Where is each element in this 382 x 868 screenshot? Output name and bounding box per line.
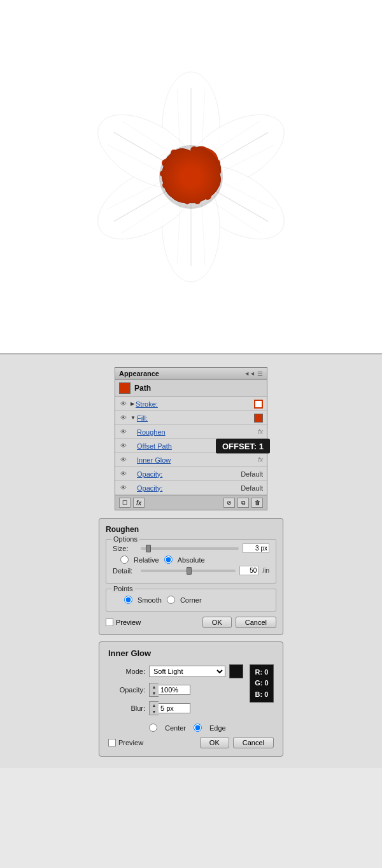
ig-ok-btn[interactable]: OK <box>200 737 229 748</box>
ig-mode-label: Mode: <box>108 668 145 675</box>
new-layer-btn[interactable]: ☐ <box>119 498 131 508</box>
collapse-icon[interactable]: ◄◄ <box>244 370 255 377</box>
eye-icon-stroke[interactable]: 👁 <box>119 400 128 409</box>
edge-label[interactable]: Edge <box>209 724 226 732</box>
stroke-swatch[interactable] <box>254 400 263 409</box>
eye-icon-offset[interactable]: 👁 <box>119 442 128 451</box>
size-input[interactable] <box>243 543 269 553</box>
inner-glow-dialog: Inner Glow Mode: Soft Light Normal Multi… <box>99 641 283 757</box>
no-btn[interactable]: ⊘ <box>223 498 235 508</box>
relative-radio[interactable] <box>120 556 129 564</box>
offset-tooltip: OFFSET: 1 <box>216 438 270 453</box>
stroke-label[interactable]: Stroke: <box>136 400 251 408</box>
appearance-row-offset[interactable]: 👁 Offset Path OFFSET: 1 <box>115 439 267 453</box>
ig-cancel-btn[interactable]: Cancel <box>233 737 274 748</box>
ig-opacity-row: Opacity: ▲ ▼ <box>108 683 243 697</box>
roughen-cancel-btn[interactable]: Cancel <box>236 617 276 628</box>
fill-swatch[interactable] <box>254 414 263 423</box>
corner-label[interactable]: Corner <box>180 596 202 604</box>
rgb-b: B: 0 <box>255 689 269 701</box>
opacity1-value: Default <box>241 470 263 478</box>
roughen-options-group: Options Size: Relative Absolute Detail: <box>106 539 276 584</box>
smooth-label[interactable]: Smooth <box>138 596 162 604</box>
roughen-fx: fx <box>258 428 263 435</box>
ig-mode-select[interactable]: Soft Light Normal Multiply Screen Overla… <box>149 666 225 677</box>
eye-icon-roughen[interactable]: 👁 <box>119 428 128 437</box>
size-thumb[interactable] <box>146 545 151 552</box>
appearance-row-fill[interactable]: 👁 ▼ Fill: <box>115 411 267 425</box>
size-slider[interactable] <box>141 547 239 550</box>
opacity-arrows: ▲ ▼ <box>149 683 159 697</box>
fx-btn[interactable]: fx <box>133 498 145 508</box>
duplicate-btn[interactable]: ⧉ <box>237 498 249 508</box>
mode-color-row: Mode: Soft Light Normal Multiply Screen … <box>108 664 274 720</box>
smooth-radio[interactable] <box>124 596 132 604</box>
blur-up-arrow[interactable]: ▲ <box>150 702 159 708</box>
opacity-input[interactable] <box>159 685 190 695</box>
path-color-box[interactable] <box>119 382 131 394</box>
appearance-row-roughen[interactable]: 👁 Roughen fx <box>115 425 267 439</box>
appearance-row-inner-glow[interactable]: 👁 Inner Glow fx <box>115 453 267 467</box>
opacity-up-arrow[interactable]: ▲ <box>150 683 159 690</box>
eye-icon-inner-glow[interactable]: 👁 <box>119 456 128 465</box>
ig-preview-row: Preview <box>108 739 143 746</box>
ig-mode-row: Mode: Soft Light Normal Multiply Screen … <box>108 664 243 678</box>
roughen-preview-checkbox[interactable] <box>106 619 113 626</box>
ig-opacity-spinner: ▲ ▼ <box>149 683 190 697</box>
rgb-g: G: 0 <box>255 678 268 689</box>
mode-opacity-blur-col: Mode: Soft Light Normal Multiply Screen … <box>108 664 243 720</box>
inner-glow-label[interactable]: Inner Glow <box>137 456 258 464</box>
arrow-fill: ▼ <box>131 415 136 421</box>
relative-label[interactable]: Relative <box>134 556 159 564</box>
ig-color-swatch[interactable] <box>229 664 243 678</box>
absolute-label[interactable]: Absolute <box>178 556 205 564</box>
eye-icon-fill[interactable]: 👁 <box>119 414 128 423</box>
roughen-footer: Preview OK Cancel <box>106 617 276 628</box>
ig-rgb-preview[interactable]: R: 0 G: 0 B: 0 <box>250 664 274 703</box>
ig-btn-row: OK Cancel <box>200 737 274 748</box>
ig-blur-spinner: ▲ ▼ <box>149 701 190 715</box>
menu-icon[interactable]: ☰ <box>257 370 263 377</box>
size-row: Size: <box>113 543 269 553</box>
roughen-points-group: Points Smooth Corner <box>106 589 276 612</box>
ig-center-edge-row: Center Edge <box>108 724 274 732</box>
appearance-row-opacity2[interactable]: 👁 Opacity: Default <box>115 481 267 495</box>
roughen-preview-label: Preview <box>116 619 141 626</box>
detail-thumb[interactable] <box>187 567 192 575</box>
appearance-panel: Appearance ◄◄ ☰ Path 👁 ▶ Stroke: 👁 ▼ Fil… <box>115 367 267 510</box>
eye-icon-opacity1[interactable]: 👁 <box>119 470 128 479</box>
detail-input[interactable] <box>239 566 258 575</box>
inner-glow-footer: Preview OK Cancel <box>108 737 274 748</box>
canvas-area <box>0 0 382 353</box>
eye-icon-opacity2[interactable]: 👁 <box>119 484 128 493</box>
arrow-stroke: ▶ <box>131 401 134 407</box>
detail-unit: /in <box>262 567 269 574</box>
detail-row: Detail: /in <box>113 566 269 575</box>
rgb-r: R: 0 <box>255 667 269 678</box>
opacity-down-arrow[interactable]: ▼ <box>150 690 159 696</box>
roughen-ok-btn[interactable]: OK <box>202 617 232 628</box>
corner-radio[interactable] <box>167 596 175 604</box>
points-group-title: Points <box>111 585 135 592</box>
blur-arrows: ▲ ▼ <box>149 701 159 715</box>
opacity2-value: Default <box>241 484 263 492</box>
roughen-title: Roughen <box>106 525 276 534</box>
blur-down-arrow[interactable]: ▼ <box>150 708 159 715</box>
center-radio[interactable] <box>149 724 157 732</box>
detail-label: Detail: <box>113 567 137 575</box>
opacity1-label[interactable]: Opacity: <box>137 470 238 478</box>
edge-radio[interactable] <box>194 724 202 732</box>
detail-slider[interactable] <box>141 570 236 572</box>
delete-btn[interactable]: 🗑 <box>251 498 263 508</box>
absolute-radio[interactable] <box>164 556 173 564</box>
ig-blur-label: Blur: <box>108 704 145 712</box>
opacity2-label[interactable]: Opacity: <box>137 484 238 492</box>
appearance-row-opacity1[interactable]: 👁 Opacity: Default <box>115 467 267 481</box>
roughen-label[interactable]: Roughen <box>137 428 258 436</box>
smooth-corner-row: Smooth Corner <box>113 596 269 604</box>
appearance-row-stroke[interactable]: 👁 ▶ Stroke: <box>115 397 267 411</box>
fill-label[interactable]: Fill: <box>137 414 251 422</box>
blur-input[interactable] <box>159 703 190 713</box>
center-label[interactable]: Center <box>165 724 186 732</box>
ig-preview-checkbox[interactable] <box>108 739 116 746</box>
